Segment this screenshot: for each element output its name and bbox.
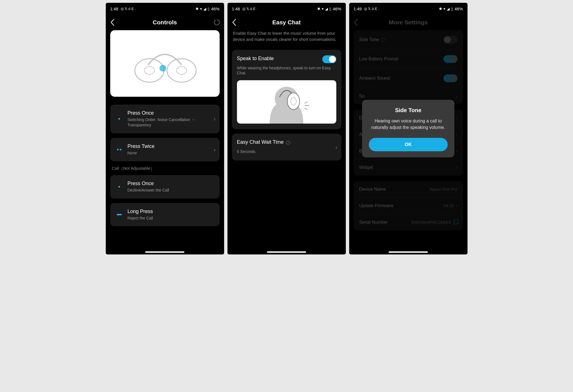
info-icon[interactable]: i [381,38,385,42]
status-time: 1:48 [232,6,240,11]
row-value: Space One Pro [429,187,457,192]
battery-icon: ▯ [208,7,210,11]
chevron-right-icon: › [456,94,457,98]
status-time: 1:49 [354,6,362,11]
row-side-tone[interactable]: Side Tonei [354,30,463,49]
wait-time-row[interactable]: Easy Chat Wait Time i 5 Seconds › [232,134,341,160]
row-low-battery-prompt[interactable]: Low Battery Prompt [354,49,463,69]
home-indicator[interactable] [267,251,306,253]
status-app-icons: ◎ 𝕏 ō E · [242,7,258,11]
home-indicator[interactable] [145,251,184,253]
bluetooth-icon: ✱ [439,7,442,11]
battery-text: 46% [333,6,341,11]
item-value: 5 Seconds [237,149,336,154]
bluetooth-icon: ✱ [196,7,199,11]
dot-icon [118,118,120,120]
bluetooth-icon: ✱ [317,7,320,11]
side-tone-modal: Side Tone Hearing own voice during a cal… [362,100,454,157]
modal-title: Side Tone [369,107,448,114]
battery-text: 46% [454,6,463,11]
nav-bar: More Settings [349,15,468,30]
home-indicator[interactable] [389,251,428,253]
row-label: Side Tone [359,37,379,42]
item-title: Press Twice [128,143,215,149]
chevron-right-icon: › [456,149,457,153]
status-app-icons: ◎ 𝕏 ō E · [121,7,136,11]
control-press-twice[interactable]: Press Twice None › [110,138,220,161]
info-icon[interactable]: i [286,141,290,145]
side-tone-toggle[interactable] [443,36,457,44]
settings-group-device: Device Name Space One Pro Update Firmwar… [354,181,463,230]
status-app-icons: ◎ 𝕏 ō E · [364,7,379,11]
chevron-right-icon: › [456,116,457,120]
feature-description: Enable Easy Chat to lower the music volu… [233,30,340,42]
wifi-icon: ▾ [443,7,445,11]
call-long-press: Long Press Reject the Call [110,203,220,226]
headphone-illustration [110,30,220,97]
svg-point-1 [144,67,154,74]
back-button[interactable] [231,18,238,27]
row-widget[interactable]: Widget › [354,159,463,176]
nav-bar: Controls [106,15,224,30]
item-sub: Reject the Call [128,216,215,221]
dot-icon [117,149,119,150]
item-title: Long Press [128,209,215,214]
copy-icon[interactable] [453,220,457,225]
dot-icon [120,149,121,150]
ambient-sound-toggle[interactable] [443,74,457,82]
status-bar: 1:48 ◎ 𝕏 ō E · ✱ ▾ ◢ ▯ 46% [227,3,346,15]
modal-ok-button[interactable]: OK [369,138,448,151]
back-button[interactable] [109,18,116,27]
page-title: Controls [153,19,177,26]
row-label: So [359,94,365,99]
row-serial-number[interactable]: Serial Number 3062AB44F9CCEEE8 [354,214,463,230]
low-battery-toggle[interactable] [443,55,457,63]
row-label: Ambient Sound [359,76,390,81]
content: Press Once Switching Order: Noise Cancel… [106,30,224,254]
battery-icon: ▯ [329,7,331,11]
chevron-right-icon: › [335,144,337,150]
svg-point-3 [177,67,187,74]
row-label: Update Firmware [359,203,394,208]
page-title: More Settings [389,19,428,26]
bar-icon [117,214,122,215]
signal-icon: ◢ [203,7,206,11]
svg-point-2 [167,59,196,82]
item-sub: Switching Order: Noise Cancellation → Tr… [128,117,215,128]
wifi-icon: ▾ [322,7,324,11]
item-title: Press Once [128,110,215,116]
status-time: 1:48 [110,6,118,11]
item-title: Easy Chat Wait Time [237,139,284,145]
wifi-icon: ▾ [200,7,202,11]
call-press-once: Press Once Decline/Answer the Call [110,175,220,199]
speaking-illustration [237,80,336,124]
chevron-right-icon: › [214,146,216,153]
settings-group-1: Side Tonei Low Battery Prompt Ambient So… [354,30,463,104]
row-ambient-sound[interactable]: Ambient Sound [354,69,463,88]
row-device-name[interactable]: Device Name Space One Pro [354,181,463,198]
row-value: 3062AB44F9CCEEE8 [411,220,451,225]
row-label: Low Battery Prompt [359,56,399,62]
row-label: A [359,132,362,137]
signal-icon: ◢ [447,7,450,11]
reset-button[interactable] [213,18,221,26]
row-label: Serial Number [359,220,388,225]
control-press-once[interactable]: Press Once Switching Order: Noise Cancel… [110,105,220,133]
row-update-firmware[interactable]: Update Firmware 03.33› [354,198,463,214]
screen-more-settings: 1:49 ◎ 𝕏 ō E · ✱ ▾ ◢ ▯ 46% More Settings… [349,3,468,254]
item-title: Speak to Enable [237,56,274,62]
nav-bar: Easy Chat [227,15,346,30]
speak-to-enable-toggle[interactable] [322,55,336,63]
chevron-right-icon: › [456,165,457,170]
back-button[interactable] [353,18,359,27]
screen-easy-chat: 1:48 ◎ 𝕏 ō E · ✱ ▾ ◢ ▯ 46% Easy Chat Ena… [227,3,346,254]
row-label: Widget [359,165,373,170]
signal-icon: ◢ [325,7,328,11]
modal-body: Hearing own voice during a call to natur… [369,118,448,131]
status-bar: 1:48 ◎ 𝕏 ō E · ✱ ▾ ◢ ▯ 46% [106,3,224,15]
item-sub: While wearing the headphones, speak to t… [237,65,336,76]
dot-icon [118,186,120,188]
item-sub: Decline/Answer the Call [128,188,215,193]
chevron-right-icon: › [456,132,457,137]
battery-text: 46% [211,6,219,11]
